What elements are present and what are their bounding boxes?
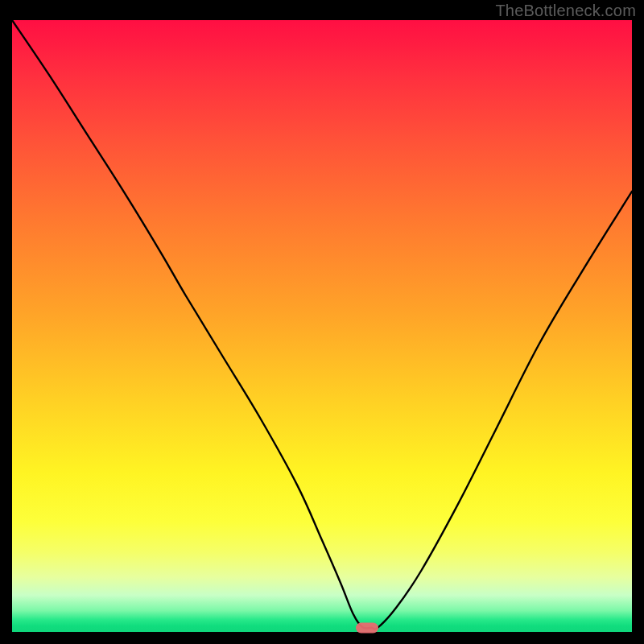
watermark-text: TheBottleneck.com [495,2,636,20]
chart-frame: TheBottleneck.com [0,0,644,644]
curve-svg [12,20,632,632]
plot-area [12,20,632,632]
bottleneck-curve-path [12,20,632,630]
optimal-marker [356,622,378,633]
